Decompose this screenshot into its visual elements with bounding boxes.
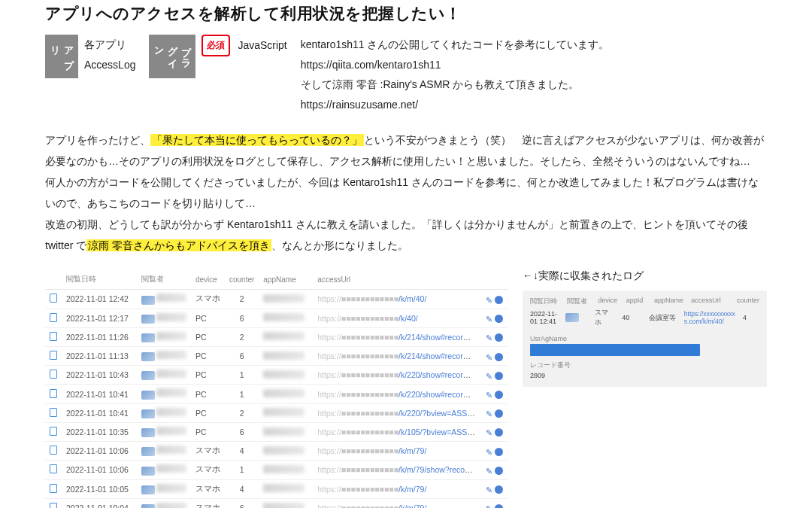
edit-icon[interactable]: ✎	[484, 391, 492, 399]
cell-device: スマホ	[191, 442, 225, 461]
table-row[interactable]: 2022-11-01 12:17PC6https://■■■■■■■■■■■■/…	[45, 309, 508, 327]
info-icon[interactable]	[495, 409, 503, 418]
info-icon[interactable]	[495, 315, 503, 323]
cell-counter: 6	[225, 498, 259, 508]
th-counter[interactable]: counter	[225, 269, 259, 290]
cell-counter: 1	[225, 385, 259, 403]
log-table: 閲覧日時 閲覧者 device counter appName accessUr…	[45, 269, 508, 508]
avatar-icon	[565, 313, 579, 322]
app-vertical-label: アプリ	[45, 35, 78, 78]
cell-device: PC	[191, 422, 225, 441]
plugin-vertical-label: プラグイン	[149, 35, 195, 78]
dc-val-accessurl[interactable]: https://xxxxxxxxxx s.com/k/m/40/	[684, 310, 735, 325]
edit-icon[interactable]: ✎	[484, 372, 492, 380]
cell-appname	[259, 479, 313, 498]
table-row[interactable]: 2022-11-01 11:26PC2https://■■■■■■■■■■■■/…	[45, 327, 508, 346]
cell-user	[137, 366, 191, 385]
cell-user	[137, 327, 191, 346]
cell-device: PC	[191, 309, 225, 327]
cell-url: https://■■■■■■■■■■■■/k/214/show#record=1…	[313, 347, 480, 366]
table-row[interactable]: 2022-11-01 10:04スマホ6https://■■■■■■■■■■■■…	[45, 498, 508, 508]
cell-device: スマホ	[191, 498, 225, 508]
avatar-icon	[141, 504, 155, 508]
meta-row: アプリ 各アプリ AccessLog プラグイン 必須 JavaScript k…	[45, 35, 767, 114]
info-icon[interactable]	[495, 353, 503, 361]
table-row[interactable]: 2022-11-01 10:41PC2https://■■■■■■■■■■■■/…	[45, 403, 508, 422]
cell-date: 2022-11-01 10:41	[62, 403, 137, 422]
cell-url: https://■■■■■■■■■■■■/k/m/40/	[313, 290, 480, 309]
cell-date: 2022-11-01 10:04	[62, 498, 137, 508]
table-row[interactable]: 2022-11-01 10:06スマホ1https://■■■■■■■■■■■■…	[45, 461, 508, 479]
cell-user	[137, 422, 191, 441]
edit-icon[interactable]: ✎	[484, 467, 492, 475]
table-row[interactable]: 2022-11-01 10:43PC1https://■■■■■■■■■■■■/…	[45, 366, 508, 385]
avatar-icon	[141, 391, 155, 400]
cell-date: 2022-11-01 11:13	[62, 347, 137, 366]
edit-icon[interactable]: ✎	[484, 353, 492, 361]
edit-icon[interactable]: ✎	[484, 333, 492, 342]
th-user[interactable]: 閲覧者	[137, 269, 191, 290]
th-date[interactable]: 閲覧日時	[62, 269, 137, 290]
table-row[interactable]: 2022-11-01 10:05スマホ4https://■■■■■■■■■■■■…	[45, 479, 508, 498]
dc-val-rec: 2809	[530, 372, 759, 379]
cell-appname	[259, 442, 313, 461]
dc-ua-bar	[530, 344, 700, 356]
dc-val-appid: 40	[622, 314, 641, 321]
table-row[interactable]: 2022-11-01 10:06スマホ4https://■■■■■■■■■■■■…	[45, 442, 508, 461]
th-device[interactable]: device	[191, 269, 225, 290]
info-icon[interactable]	[495, 448, 503, 456]
dc-lbl-counter: counter	[737, 297, 759, 306]
cell-date: 2022-11-01 10:35	[62, 422, 137, 441]
body-highlight-1: 「果たして本当に使ってもらっているの？」	[150, 134, 364, 146]
th-appname[interactable]: appName	[259, 269, 313, 290]
cell-date: 2022-11-01 10:41	[62, 385, 137, 403]
credit-link-1[interactable]: https://qiita.com/kentaro1sh11	[301, 55, 610, 75]
edit-icon[interactable]: ✎	[484, 504, 492, 508]
cell-user	[137, 385, 191, 403]
cell-device: PC	[191, 385, 225, 403]
record-icon	[50, 484, 57, 493]
detail-panel: ←↓実際に収集されたログ 閲覧日時 閲覧者 device appId appNa…	[523, 269, 767, 387]
cell-appname	[259, 309, 313, 327]
log-table-wrap: 閲覧日時 閲覧者 device counter appName accessUr…	[45, 269, 508, 508]
info-icon[interactable]	[495, 504, 503, 508]
edit-icon[interactable]: ✎	[484, 428, 492, 437]
record-icon	[50, 370, 57, 379]
cell-user	[137, 309, 191, 327]
cell-user	[137, 442, 191, 461]
dc-val-user	[565, 313, 588, 322]
dc-val-appname: 会議室等	[649, 313, 677, 323]
info-icon[interactable]	[495, 372, 503, 380]
edit-icon[interactable]: ✎	[484, 315, 492, 323]
avatar-icon	[141, 428, 155, 437]
credit-link-2[interactable]: https://rainsuzusame.net/	[301, 95, 610, 115]
info-icon[interactable]	[495, 467, 503, 475]
credit-line-1: kentaro1sh11 さんの公開してくれたコードを参考にしています。	[301, 35, 610, 55]
info-icon[interactable]	[495, 333, 503, 342]
info-icon[interactable]	[495, 428, 503, 437]
page-title: アプリへのアクセスを解析して利用状況を把握したい！	[45, 3, 767, 24]
table-row[interactable]: 2022-11-01 11:13PC6https://■■■■■■■■■■■■/…	[45, 347, 508, 366]
table-row[interactable]: 2022-11-01 10:35PC6https://■■■■■■■■■■■■/…	[45, 422, 508, 441]
avatar-icon	[141, 485, 155, 494]
info-icon[interactable]	[495, 485, 503, 494]
cell-date: 2022-11-01 10:06	[62, 461, 137, 479]
info-icon[interactable]	[495, 391, 503, 399]
table-row[interactable]: 2022-11-01 12:42スマホ2https://■■■■■■■■■■■■…	[45, 290, 508, 309]
cell-appname	[259, 290, 313, 309]
info-icon[interactable]	[495, 296, 503, 304]
cell-url: https://■■■■■■■■■■■■/k/220/show#record=2…	[313, 366, 480, 385]
edit-icon[interactable]: ✎	[484, 485, 492, 494]
edit-icon[interactable]: ✎	[484, 448, 492, 456]
cell-date: 2022-11-01 10:06	[62, 442, 137, 461]
cell-device: スマホ	[191, 461, 225, 479]
cell-date: 2022-11-01 12:17	[62, 309, 137, 327]
cell-device: PC	[191, 366, 225, 385]
th-accessurl[interactable]: accessUrl	[313, 269, 480, 290]
edit-icon[interactable]: ✎	[484, 296, 492, 304]
meta-app-block: アプリ 各アプリ AccessLog	[45, 35, 135, 78]
table-row[interactable]: 2022-11-01 10:41PC1https://■■■■■■■■■■■■/…	[45, 385, 508, 403]
edit-icon[interactable]: ✎	[484, 409, 492, 418]
record-icon	[50, 446, 57, 455]
required-badge: 必須	[201, 35, 230, 56]
